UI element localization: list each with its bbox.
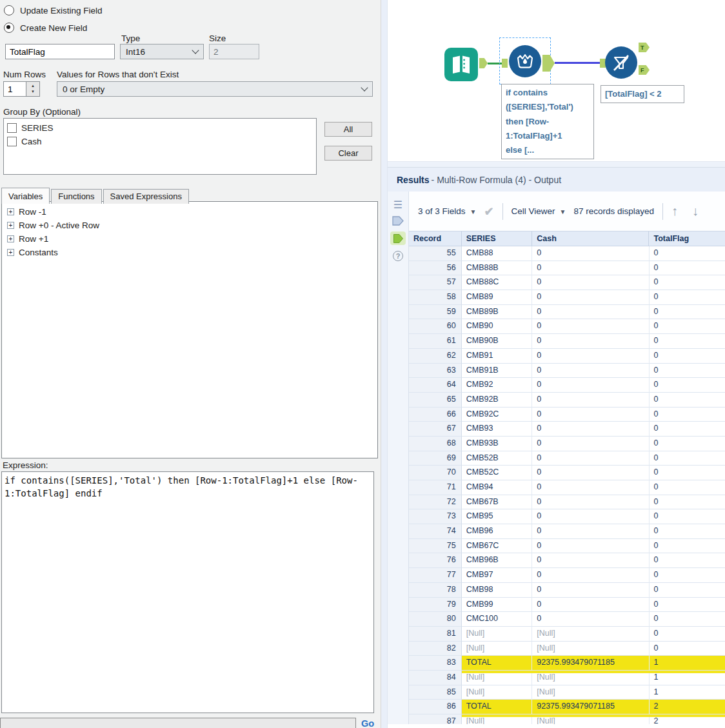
- chevron-down-icon: [361, 84, 368, 91]
- update-existing-field-option[interactable]: Update Existing Field: [4, 5, 103, 15]
- type-value: Int16: [126, 47, 145, 57]
- table-row[interactable]: 66CMB92C00: [409, 408, 725, 422]
- workflow-canvas[interactable]: T F if contains([SERIES],'Total')then [R…: [388, 0, 725, 161]
- output-anchor-selected-icon[interactable]: [390, 231, 406, 245]
- tree-item[interactable]: +Row +1: [4, 232, 375, 246]
- table-row[interactable]: 77CMB9700: [409, 568, 725, 583]
- fields-dropdown[interactable]: 3 of 3 Fields: [418, 206, 466, 216]
- caret-down-icon[interactable]: ▼: [560, 208, 566, 215]
- filter-false-anchor[interactable]: F: [639, 65, 650, 75]
- tree-expand-icon[interactable]: +: [7, 222, 14, 229]
- multi-row-formula-tool[interactable]: [509, 45, 541, 77]
- column-header-record[interactable]: Record: [409, 231, 462, 246]
- groupby-item[interactable]: Cash: [7, 135, 313, 148]
- table-row[interactable]: 84[Null][Null]1: [409, 671, 725, 685]
- data-cell: 1: [650, 685, 725, 700]
- table-row[interactable]: 83TOTAL92375.9934790711851: [409, 656, 725, 671]
- filter-true-anchor[interactable]: T: [639, 43, 650, 52]
- group-by-list[interactable]: SERIESCash: [3, 118, 317, 175]
- filter-annotation[interactable]: [TotalFlag] < 2: [601, 85, 684, 103]
- table-row[interactable]: 74CMB9600: [409, 524, 725, 539]
- table-row[interactable]: 70CMB52C00: [409, 466, 725, 480]
- spin-up-icon[interactable]: ▲: [31, 83, 35, 89]
- table-row[interactable]: 86TOTAL92375.9934790711852: [409, 700, 725, 714]
- caret-down-icon[interactable]: ▼: [470, 208, 477, 215]
- table-row[interactable]: 71CMB9400: [409, 480, 725, 495]
- column-header-totalflag[interactable]: TotalFlag: [649, 231, 725, 246]
- values-dropdown[interactable]: 0 or Empty: [57, 81, 373, 97]
- tab-functions[interactable]: Functions: [51, 189, 101, 204]
- checkmark-icon[interactable]: ✔: [484, 204, 493, 219]
- mrf-annotation[interactable]: if contains([SERIES],'Total')then [Row-1…: [501, 84, 594, 159]
- table-row[interactable]: 69CMB52B00: [409, 451, 725, 466]
- scroll-up-icon[interactable]: ↑: [671, 204, 678, 219]
- radio-selected-icon[interactable]: [4, 23, 14, 33]
- table-row[interactable]: 79CMB9900: [409, 598, 725, 613]
- table-row[interactable]: 56CMB88B00: [409, 261, 725, 276]
- input-output-anchor[interactable]: [479, 58, 488, 68]
- variables-tree[interactable]: +Row -1+Row +0 - Active Row+Row +1+Const…: [1, 201, 378, 458]
- tree-item[interactable]: +Row +0 - Active Row: [4, 219, 375, 232]
- create-new-field-option[interactable]: Create New Field: [4, 23, 87, 33]
- table-row[interactable]: 87[Null][Null]2: [409, 714, 725, 724]
- table-row[interactable]: 57CMB88C00: [409, 275, 725, 290]
- groupby-item[interactable]: SERIES: [7, 121, 313, 135]
- radio-unselected-icon[interactable]: [4, 5, 14, 15]
- spin-down-icon[interactable]: ▼: [31, 89, 35, 95]
- type-dropdown[interactable]: Int16: [120, 44, 204, 59]
- table-row[interactable]: 67CMB9300: [409, 422, 725, 437]
- table-row[interactable]: 55CMB8800: [409, 246, 725, 261]
- mrf-output-anchor[interactable]: [542, 55, 555, 72]
- table-row[interactable]: 73CMB9500: [409, 509, 725, 524]
- record-cell: 66: [409, 408, 462, 422]
- tab-variables[interactable]: Variables: [1, 188, 50, 204]
- tree-expand-icon[interactable]: +: [7, 208, 14, 215]
- connection-view-icon[interactable]: [392, 216, 404, 226]
- all-button[interactable]: All: [324, 122, 372, 137]
- table-row[interactable]: 75CMB67C00: [409, 539, 725, 554]
- canvas-scroll-strip[interactable]: [388, 161, 725, 167]
- table-row[interactable]: 80CMC10000: [409, 612, 725, 627]
- mrf-input-anchor[interactable]: [502, 59, 508, 68]
- tree-expand-icon[interactable]: +: [7, 249, 14, 256]
- checkbox-icon[interactable]: [7, 123, 17, 133]
- filter-tool[interactable]: [605, 46, 637, 79]
- table-row[interactable]: 82[Null][Null]0: [409, 642, 725, 656]
- expression-editor[interactable]: if contains([SERIES],'Total') then [Row-…: [1, 471, 374, 713]
- help-icon[interactable]: ?: [393, 251, 403, 261]
- table-row[interactable]: 60CMB9000: [409, 319, 725, 334]
- table-row[interactable]: 63CMB91B00: [409, 364, 725, 379]
- table-row[interactable]: 72CMB67B00: [409, 495, 725, 510]
- search-input[interactable]: [0, 718, 356, 728]
- num-rows-stepper[interactable]: ▲ ▼: [26, 81, 40, 97]
- table-row[interactable]: 59CMB89B00: [409, 305, 725, 320]
- tree-expand-icon[interactable]: +: [7, 235, 14, 242]
- column-header-cash[interactable]: Cash: [532, 231, 649, 246]
- table-row[interactable]: 85[Null][Null]1: [409, 685, 725, 700]
- field-name-input[interactable]: [5, 44, 115, 59]
- table-row[interactable]: 58CMB8900: [409, 290, 725, 305]
- table-row[interactable]: 65CMB92B00: [409, 393, 725, 408]
- input-data-tool[interactable]: [444, 48, 478, 81]
- table-row[interactable]: 62CMB9100: [409, 349, 725, 364]
- table-row[interactable]: 81[Null][Null]0: [409, 627, 725, 642]
- table-row[interactable]: 68CMB93B00: [409, 437, 725, 451]
- record-cell: 68: [409, 437, 462, 451]
- pane-divider[interactable]: [381, 0, 388, 728]
- checkbox-icon[interactable]: [7, 137, 17, 146]
- scroll-down-icon[interactable]: ↓: [692, 204, 699, 219]
- clear-button[interactable]: Clear: [324, 146, 372, 161]
- table-row[interactable]: 78CMB9800: [409, 583, 725, 598]
- table-row[interactable]: 61CMB90B00: [409, 334, 725, 349]
- tab-saved-expressions[interactable]: Saved Expressions: [103, 189, 189, 204]
- tree-item[interactable]: +Constants: [4, 246, 375, 259]
- table-row[interactable]: 64CMB9200: [409, 378, 725, 393]
- tree-item[interactable]: +Row -1: [4, 205, 375, 219]
- data-cell: CMB92B: [462, 393, 533, 408]
- column-header-series[interactable]: SERIES: [462, 231, 533, 246]
- metadata-view-icon[interactable]: ☰: [393, 200, 402, 210]
- go-button[interactable]: Go: [361, 718, 374, 728]
- table-row[interactable]: 76CMB96B00: [409, 553, 725, 568]
- cell-viewer-dropdown[interactable]: Cell Viewer: [511, 206, 555, 216]
- num-rows-input[interactable]: [3, 81, 26, 97]
